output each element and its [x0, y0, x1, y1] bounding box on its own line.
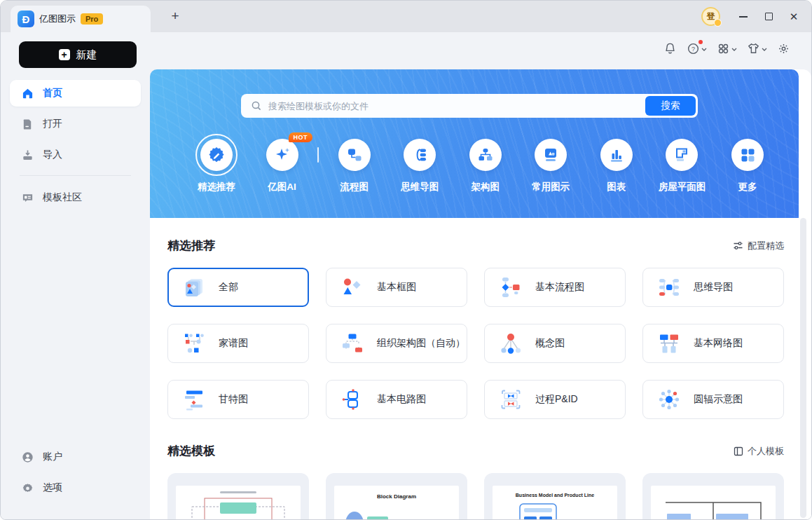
sidebar-item-options[interactable]: 选项 — [10, 474, 141, 501]
options-gear-icon — [22, 482, 34, 494]
card-radial-diagram[interactable]: 圆辐示意图 — [642, 380, 784, 419]
card-basic-circuit[interactable]: 基本电路图 — [326, 380, 467, 419]
vip-badge-icon — [714, 19, 722, 27]
sidebar-bottom-nav: 账户 选项 — [10, 444, 141, 505]
search-button[interactable]: 搜索 — [645, 96, 696, 116]
template-preview: Business Model and Product Line — [493, 486, 617, 520]
settings-button[interactable] — [776, 41, 792, 57]
card-label: 组织架构图（自动） — [377, 337, 465, 350]
maximize-button[interactable] — [758, 6, 779, 28]
category-charts[interactable]: 图表 — [586, 139, 647, 193]
common-diagrams-icon — [542, 146, 559, 163]
apps-button[interactable] — [715, 41, 738, 57]
help-button[interactable]: ? — [685, 41, 708, 57]
sidebar-item-label: 账户 — [43, 451, 62, 463]
card-label: 圆辐示意图 — [694, 393, 743, 406]
hot-badge: HOT — [289, 132, 313, 142]
sidebar-item-import[interactable]: 导入 — [10, 142, 141, 168]
configure-featured-label: 配置精选 — [748, 240, 784, 252]
card-all[interactable]: 全部 — [167, 268, 309, 307]
card-basic-block[interactable]: 基本框图 — [326, 268, 467, 307]
process-pid-icon — [499, 388, 523, 411]
category-label: 图表 — [607, 181, 626, 193]
mindmap-card-icon — [657, 275, 681, 299]
sidebar-item-open[interactable]: 打开 — [10, 111, 141, 137]
card-family-tree[interactable]: 家谱图 — [167, 324, 309, 363]
sidebar-item-label: 选项 — [43, 481, 62, 494]
org-chart-auto-icon — [340, 331, 364, 355]
template-preview — [177, 486, 300, 520]
card-label: 家谱图 — [219, 337, 248, 350]
ai-sparkle-icon — [273, 146, 291, 164]
sidebar-item-template-community[interactable]: 模板社区 — [10, 184, 141, 211]
category-more[interactable]: 更多 — [717, 139, 778, 193]
card-org-chart-auto[interactable]: 组织架构图（自动） — [326, 324, 467, 363]
window-controls: 登 ✕ — [701, 1, 804, 32]
close-button[interactable]: ✕ — [783, 6, 804, 28]
category-label: 更多 — [738, 181, 757, 193]
apps-grid-icon — [717, 42, 730, 55]
card-basic-network[interactable]: 基本网络图 — [642, 324, 784, 363]
theme-button[interactable] — [745, 41, 769, 57]
card-process-pid[interactable]: 过程P&ID — [484, 380, 626, 419]
thumbnail-title: Business Model and Product Line — [516, 493, 595, 498]
quick-toolbar: ? — [662, 41, 792, 57]
configure-featured-button[interactable]: 配置精选 — [733, 240, 784, 252]
template-thumbnail[interactable]: Business Model and Product Line — [484, 473, 626, 520]
featured-badge-icon — [207, 146, 226, 164]
featured-card-grid: 全部 基本框图 基本流程图 思维导图 — [167, 268, 784, 419]
category-label: 精选推荐 — [198, 181, 235, 193]
sidebar-item-home[interactable]: 首页 — [10, 80, 141, 107]
category-mindmap[interactable]: 思维导图 — [390, 139, 450, 193]
main-panel: 搜索 精选推荐 HOT 亿图AI 流程图 — [150, 69, 811, 519]
card-label: 全部 — [219, 281, 238, 294]
tab-title: 亿图图示 — [39, 13, 76, 25]
notifications-button[interactable] — [662, 41, 678, 57]
new-tab-button[interactable]: + — [166, 7, 184, 25]
category-common-diagrams[interactable]: 常用图示 — [521, 139, 581, 193]
category-label: 房屋平面图 — [659, 181, 706, 193]
card-mindmap[interactable]: 思维导图 — [642, 268, 784, 307]
category-label: 常用图示 — [532, 181, 570, 193]
minimize-button[interactable] — [733, 6, 754, 28]
sidebar-item-account[interactable]: 账户 — [10, 444, 141, 470]
basic-block-icon — [340, 275, 364, 299]
personal-templates-label: 个人模板 — [748, 445, 784, 458]
template-thumbnail[interactable] — [167, 473, 309, 520]
basic-circuit-icon — [340, 388, 364, 411]
featured-title: 精选推荐 — [167, 238, 215, 254]
category-flowchart[interactable]: 流程图 — [324, 139, 385, 193]
card-gantt[interactable]: 甘特图 — [167, 380, 309, 419]
gantt-icon — [182, 388, 206, 411]
template-thumbnail[interactable] — [642, 473, 784, 520]
home-icon — [22, 88, 34, 100]
category-featured[interactable]: 精选推荐 — [186, 139, 247, 193]
chevron-down-icon — [731, 46, 737, 52]
plus-icon: + — [59, 49, 70, 60]
personal-templates-button[interactable]: 个人模板 — [734, 445, 784, 458]
title-bar: Ð 亿图图示 Pro + 登 ✕ — [1, 1, 811, 32]
new-document-button[interactable]: + 新建 — [19, 41, 137, 68]
help-icon: ? — [687, 42, 700, 55]
user-avatar[interactable]: 登 — [701, 7, 720, 26]
category-architecture[interactable]: 架构图 — [455, 139, 516, 193]
category-ai[interactable]: HOT 亿图AI — [252, 139, 312, 193]
radial-diagram-icon — [657, 388, 681, 411]
sidebar-divider — [20, 175, 131, 176]
card-basic-flowchart[interactable]: 基本流程图 — [484, 268, 626, 307]
mindmap-icon — [411, 146, 428, 163]
category-floor-plan[interactable]: 房屋平面图 — [652, 139, 712, 193]
template-thumbnail[interactable]: Block Diagram — [326, 473, 467, 520]
search-input[interactable] — [268, 94, 698, 118]
card-concept-map[interactable]: 概念图 — [484, 324, 626, 363]
category-label: 亿图AI — [268, 181, 296, 193]
app-tab[interactable]: Ð 亿图图示 Pro — [11, 6, 151, 32]
chevron-down-icon — [701, 46, 707, 52]
svg-text:?: ? — [691, 46, 695, 53]
app-logo-icon: Ð — [18, 11, 34, 27]
import-icon — [22, 149, 34, 161]
card-label: 基本框图 — [377, 281, 416, 294]
sidebar-item-label: 打开 — [43, 118, 62, 130]
family-tree-icon — [182, 331, 206, 355]
account-icon — [22, 451, 34, 463]
